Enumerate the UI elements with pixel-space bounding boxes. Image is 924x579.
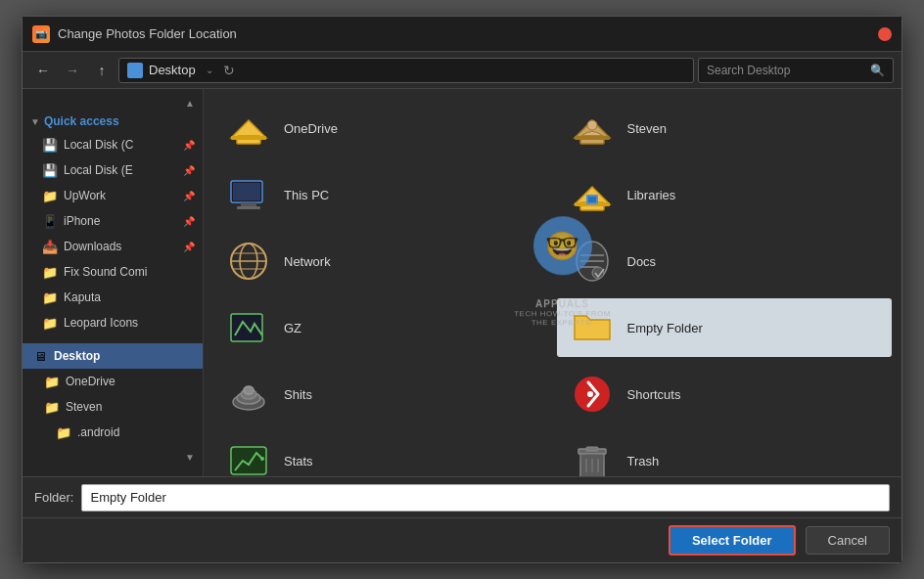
up-button[interactable]: ↑ [89, 58, 115, 83]
iphone-icon: 📱 [42, 213, 58, 229]
sidebar-tree-steven[interactable]: 📁 Steven [23, 394, 203, 420]
downloads-icon: 📥 [42, 239, 58, 254]
sidebar-item-label: Downloads [64, 240, 121, 253]
file-item-label: Shits [284, 387, 312, 402]
network-file-icon [225, 238, 272, 285]
close-button[interactable] [878, 27, 892, 41]
svg-rect-2 [231, 136, 266, 140]
app-icon: 📷 [32, 25, 50, 43]
refresh-icon[interactable]: ↻ [223, 63, 235, 78]
action-bar: Select Folder Cancel [23, 517, 901, 562]
trash-file-icon [569, 437, 616, 476]
steven-tree-label: Steven [66, 400, 102, 414]
forward-button[interactable]: → [60, 58, 85, 83]
this-pc-file-icon [225, 171, 272, 218]
steven-tree-icon: 📁 [44, 399, 60, 415]
file-item-label: Stats [284, 454, 313, 468]
address-bar[interactable]: Desktop ⌄ ↻ [118, 58, 694, 83]
back-button[interactable]: ← [30, 58, 56, 83]
select-folder-button[interactable]: Select Folder [669, 525, 796, 556]
android-tree-label: .android [77, 425, 119, 439]
folder-input[interactable] [81, 484, 890, 512]
file-item-label: OneDrive [284, 121, 338, 136]
file-item-trash[interactable]: Trash [557, 431, 893, 476]
pin-icon: 📌 [183, 242, 195, 252]
search-icon: 🔍 [870, 64, 885, 77]
quick-access-section[interactable]: ▼ Quick access [23, 111, 203, 132]
collapse-arrow-icon: ▼ [30, 116, 40, 127]
sidebar-item-label: Kaputa [64, 290, 101, 304]
svg-point-30 [244, 386, 254, 394]
search-bar[interactable]: Search Desktop 🔍 [698, 58, 894, 83]
file-item-steven[interactable]: Steven [557, 99, 893, 157]
local-disk-e-icon: 💾 [42, 162, 58, 178]
file-item-network[interactable]: Network [213, 232, 549, 290]
sidebar-tree-android[interactable]: 📁 .android [23, 420, 203, 445]
file-item-shortcuts[interactable]: Shortcuts [557, 365, 893, 423]
sidebar-item-iphone[interactable]: 📱 iPhone 📌 [23, 208, 203, 234]
sidebar-item-label: Local Disk (C [64, 138, 133, 152]
fix-sound-icon: 📁 [42, 264, 58, 280]
address-text: Desktop [149, 63, 196, 77]
pin-icon: 📌 [183, 216, 195, 227]
address-chevron-icon: ⌄ [206, 65, 213, 75]
leopard-icons-icon: 📁 [42, 315, 58, 331]
empty-folder-file-icon [569, 304, 616, 351]
sidebar-item-label: Leopard Icons [64, 316, 138, 330]
sidebar-item-kaputa[interactable]: 📁 Kaputa [23, 285, 203, 310]
sidebar-item-upwork[interactable]: 📁 UpWork 📌 [23, 183, 203, 208]
cancel-button[interactable]: Cancel [806, 526, 890, 555]
file-item-empty-folder[interactable]: Empty Folder [557, 298, 893, 357]
sidebar-scroll-down[interactable]: ▼ [185, 452, 195, 463]
android-tree-icon: 📁 [56, 424, 71, 440]
file-item-docs[interactable]: Docs [557, 232, 893, 290]
local-disk-c-icon: 💾 [42, 137, 58, 153]
onedrive-file-icon [225, 105, 272, 152]
address-icon [127, 63, 143, 78]
svg-point-34 [260, 457, 264, 461]
file-item-label: Steven [627, 121, 667, 136]
sidebar-item-downloads[interactable]: 📥 Downloads 📌 [23, 234, 203, 259]
shortcuts-file-icon [569, 371, 616, 418]
file-item-label: Trash [627, 454, 660, 468]
desktop-tree-icon: 🖥 [32, 348, 48, 364]
dialog-window: 📷 Change Photos Folder Location ← → ↑ De… [22, 16, 902, 563]
svg-rect-5 [575, 136, 610, 140]
svg-point-6 [587, 120, 597, 130]
search-placeholder: Search Desktop [707, 64, 864, 77]
sidebar-item-local-disk-c[interactable]: 💾 Local Disk (C 📌 [23, 132, 203, 157]
svg-rect-15 [588, 197, 596, 202]
file-item-this-pc[interactable]: This PC [213, 165, 549, 224]
file-item-gz[interactable]: GZ [213, 298, 549, 357]
sidebar-scroll-up[interactable]: ▲ [185, 98, 195, 109]
sidebar-tree-onedrive[interactable]: 📁 OneDrive [23, 369, 203, 394]
file-item-label: Docs [627, 254, 657, 269]
pin-icon: 📌 [183, 191, 195, 201]
desktop-label: Desktop [54, 349, 100, 363]
svg-point-32 [587, 391, 593, 397]
file-item-stats[interactable]: Stats [213, 431, 549, 476]
sidebar-item-fix-sound[interactable]: 📁 Fix Sound Comi [23, 259, 203, 285]
stats-file-icon [225, 437, 272, 476]
file-item-label: Network [284, 254, 331, 269]
sidebar-item-label: UpWork [64, 189, 106, 202]
pin-icon: 📌 [183, 165, 195, 176]
sidebar-tree-desktop[interactable]: 🖥 Desktop [23, 343, 203, 369]
folder-label: Folder: [34, 490, 73, 505]
dialog-title: Change Photos Folder Location [58, 26, 878, 41]
onedrive-tree-label: OneDrive [66, 375, 116, 388]
file-item-onedrive[interactable]: OneDrive [213, 99, 549, 157]
file-item-shits[interactable]: Shits [213, 365, 549, 423]
sidebar-item-label: Fix Sound Comi [64, 265, 147, 279]
svg-rect-9 [241, 202, 256, 206]
steven-file-icon [569, 105, 616, 152]
shits-file-icon [225, 371, 272, 418]
sidebar-item-leopard-icons[interactable]: 📁 Leopard Icons [23, 310, 203, 335]
sidebar-item-local-disk-e[interactable]: 💾 Local Disk (E 📌 [23, 157, 203, 183]
file-item-label: Empty Folder [627, 321, 703, 335]
file-item-libraries[interactable]: Libraries [557, 165, 893, 224]
toolbar: ← → ↑ Desktop ⌄ ↻ Search Desktop 🔍 [23, 52, 901, 89]
sidebar: ▲ ▼ Quick access 💾 Local Disk (C 📌 💾 Loc… [23, 89, 204, 476]
sidebar-item-label: iPhone [64, 214, 100, 228]
file-item-label: Libraries [627, 188, 676, 202]
